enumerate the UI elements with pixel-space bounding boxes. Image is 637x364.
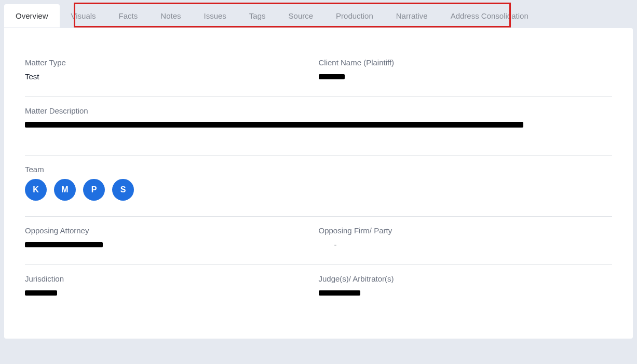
row-opposing: Opposing Attorney Opposing Firm/ Party - — [25, 217, 612, 265]
label-matter-type: Matter Type — [25, 58, 319, 67]
label-team: Team — [25, 165, 612, 174]
redacted-matter-description — [25, 122, 523, 128]
label-matter-description: Matter Description — [25, 106, 612, 115]
tab-visuals[interactable]: Visuals — [60, 4, 107, 27]
tab-overview[interactable]: Overview — [4, 4, 60, 27]
page-wrap: Overview Visuals Facts Notes Issues Tags… — [0, 0, 637, 343]
tab-issues[interactable]: Issues — [192, 4, 237, 27]
avatar-team-member-0[interactable]: K — [25, 179, 47, 201]
value-judge — [319, 288, 613, 297]
value-jurisdiction — [25, 288, 319, 297]
tab-facts[interactable]: Facts — [107, 4, 150, 27]
tab-notes[interactable]: Notes — [149, 4, 192, 27]
row-jurisdiction-judge: Jurisdiction Judge(s)/ Arbitrator(s) — [25, 265, 612, 313]
label-opposing-attorney: Opposing Attorney — [25, 226, 319, 235]
field-opposing-firm: Opposing Firm/ Party - — [319, 226, 613, 249]
field-matter-description: Matter Description — [25, 106, 612, 129]
label-opposing-firm: Opposing Firm/ Party — [319, 226, 613, 235]
avatar-team-member-1[interactable]: M — [54, 179, 76, 201]
tab-production[interactable]: Production — [324, 4, 385, 27]
field-matter-type: Matter Type Test — [25, 58, 319, 81]
label-client-name: Client Name (Plaintiff) — [319, 58, 613, 67]
field-team: Team K M P S — [25, 165, 612, 201]
redacted-judge — [319, 290, 360, 296]
value-matter-type: Test — [25, 72, 319, 81]
field-client-name: Client Name (Plaintiff) — [319, 58, 613, 81]
avatar-team-member-2[interactable]: P — [83, 179, 105, 201]
redacted-client-name — [319, 74, 345, 79]
value-client-name — [319, 72, 613, 81]
row-matter-description: Matter Description — [25, 97, 612, 156]
field-jurisdiction: Jurisdiction — [25, 274, 319, 297]
avatar-team-member-3[interactable]: S — [112, 179, 134, 201]
value-matter-description — [25, 120, 612, 129]
team-avatars: K M P S — [25, 179, 612, 201]
redacted-jurisdiction — [25, 290, 57, 296]
tab-tags[interactable]: Tags — [238, 4, 277, 27]
row-team: Team K M P S — [25, 156, 612, 217]
row-matter-client: Matter Type Test Client Name (Plaintiff) — [25, 49, 612, 97]
tab-narrative[interactable]: Narrative — [385, 4, 439, 27]
field-judge: Judge(s)/ Arbitrator(s) — [319, 274, 613, 297]
value-opposing-attorney — [25, 240, 319, 249]
label-judge: Judge(s)/ Arbitrator(s) — [319, 274, 613, 283]
overview-panel: Matter Type Test Client Name (Plaintiff)… — [4, 28, 633, 339]
redacted-opposing-attorney — [25, 242, 103, 247]
tab-source[interactable]: Source — [277, 4, 325, 27]
value-opposing-firm: - — [319, 240, 613, 249]
label-jurisdiction: Jurisdiction — [25, 274, 319, 283]
field-opposing-attorney: Opposing Attorney — [25, 226, 319, 249]
tab-bar: Overview Visuals Facts Notes Issues Tags… — [4, 4, 633, 28]
tab-address-consolidation[interactable]: Address Consolidation — [439, 4, 540, 27]
